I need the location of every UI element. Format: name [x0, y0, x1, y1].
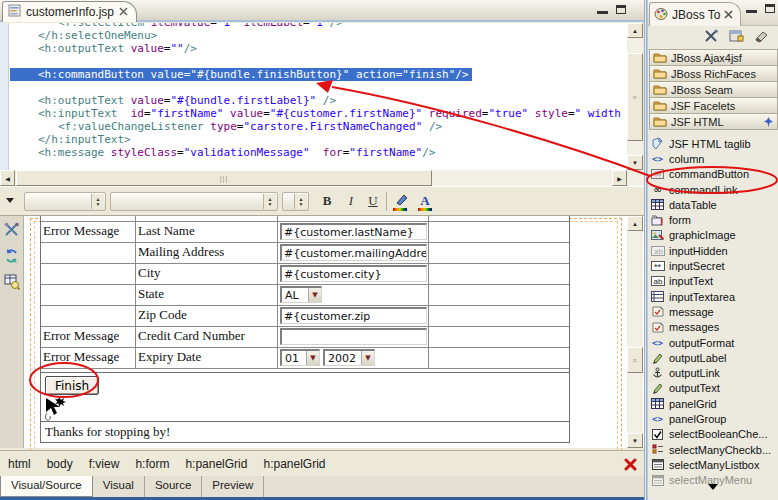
error-close-icon[interactable]	[624, 458, 637, 474]
palette-item-selectBooleanChe[interactable]: selectBooleanChe...	[650, 427, 778, 442]
source-code-line[interactable]: <h:outputText value="#{bundle.firstLabel…	[10, 94, 627, 107]
palette-item-graphicImage[interactable]: graphicImage	[650, 228, 778, 243]
bold-button[interactable]: B	[318, 193, 336, 211]
refresh-icon[interactable]	[4, 248, 20, 267]
palette-category-jboss-richfaces[interactable]: JBoss RichFaces	[649, 65, 778, 82]
source-code-line[interactable]	[10, 81, 627, 94]
form-select[interactable]: AL▼	[280, 286, 322, 303]
source-code-line[interactable]: <f:valueChangeListener type="carstore.Fi…	[10, 120, 627, 133]
palette-item-selectManyCheckb[interactable]: selectManyCheckb...	[650, 442, 778, 457]
form-select[interactable]: 2002▼	[323, 349, 375, 366]
palette-category-jsf-facelets[interactable]: JSF Facelets	[649, 97, 778, 114]
breadcrumb-item-hpanelGrid[interactable]: h:panelGrid	[263, 457, 325, 471]
palette-item-form[interactable]: !form	[650, 212, 778, 227]
chevron-down-icon[interactable]: ▼	[361, 351, 374, 365]
palette-tab[interactable]: JBoss To	[649, 2, 741, 26]
scrollbar-thumb[interactable]: |||	[16, 170, 432, 186]
source-editor[interactable]: <f:selectItem itemValue="1" itemLabel="1…	[0, 23, 627, 170]
palette-item-column[interactable]: <>column	[650, 151, 778, 166]
source-code-line[interactable]: <h:message styleClass="validationMessage…	[10, 146, 627, 159]
scroll-left-icon[interactable]: ◀	[0, 170, 15, 186]
toolbar-menu-caret-icon[interactable]	[6, 198, 14, 203]
chevron-down-icon[interactable]: ▼	[306, 351, 319, 365]
palette-item-outputLink[interactable]: outputLink	[650, 365, 778, 380]
scrollbar-thumb[interactable]: ≡	[627, 53, 643, 141]
font-color-button[interactable]: A	[417, 193, 433, 211]
palette-item-inputTextarea[interactable]: inputTextarea	[650, 289, 778, 304]
form-text-input[interactable]: #{customer.city}	[280, 265, 427, 282]
italic-button[interactable]: I	[342, 193, 360, 211]
palette-item-dataTable[interactable]: dataTable	[650, 197, 778, 212]
source-code-line[interactable]: <h:outputText value=""/>	[10, 42, 627, 55]
form-text-input[interactable]: #{customer.lastName}	[280, 223, 427, 240]
style-class-combo[interactable]: ▲▼	[24, 192, 106, 211]
palette-editor-icon[interactable]	[729, 29, 744, 46]
breadcrumb-item-hpanelGrid[interactable]: h:panelGrid	[185, 457, 247, 471]
spinner-icon[interactable]: ▲▼	[263, 194, 276, 209]
breadcrumb-item-fview[interactable]: f:view	[89, 457, 120, 471]
form-text-input[interactable]: #{customer.zip	[280, 307, 427, 324]
tools-icon[interactable]	[704, 29, 719, 46]
scroll-up-icon[interactable]: ▲	[627, 23, 643, 38]
palette-category-jboss-seam[interactable]: JBoss Seam	[649, 81, 778, 98]
font-size-combo[interactable]: ▲▼	[282, 192, 309, 211]
palette-item-outputLabel[interactable]: outputLabel	[650, 350, 778, 365]
preview-table-icon[interactable]	[4, 274, 20, 293]
font-name-combo[interactable]: ▲▼	[110, 192, 278, 211]
source-code-line[interactable]	[10, 55, 627, 68]
tools-icon[interactable]	[4, 222, 20, 241]
underline-button[interactable]: U	[364, 193, 382, 211]
show-hide-icon[interactable]	[754, 30, 769, 46]
source-code-line[interactable]: </h:selectOneMenu>	[10, 29, 627, 42]
palette-item-JSFHTMLtaglib[interactable]: JSF HTML taglib	[650, 136, 778, 151]
chevron-down-icon[interactable]: ▼	[308, 288, 321, 302]
form-select[interactable]: 01▼	[280, 349, 320, 366]
finish-button[interactable]: Finish	[45, 376, 99, 395]
palette-item-selectManyListbox[interactable]: selectManyListbox	[650, 457, 778, 472]
source-code-line[interactable]: </h:inputText>	[10, 133, 627, 146]
highlight-color-button[interactable]	[392, 193, 412, 211]
scroll-right-icon[interactable]: ▶	[612, 170, 627, 186]
tab-customerinfo-jsp[interactable]: customerInfo.jsp	[2, 1, 137, 22]
pin-icon[interactable]	[764, 117, 773, 129]
close-icon[interactable]	[119, 5, 128, 19]
palette-category-jboss-ajax4jsf[interactable]: JBoss Ajax4jsf	[649, 49, 778, 66]
spinner-icon[interactable]: ▲▼	[91, 194, 104, 209]
palette-item-messages[interactable]: messages	[650, 320, 778, 335]
palette-item-commandButton[interactable]: commandButton	[650, 167, 778, 182]
minimize-icon[interactable]	[746, 4, 757, 13]
palette-item-panelGroup[interactable]: <>panelGroup	[650, 411, 778, 426]
scrollbar-thumb[interactable]: ≡	[627, 347, 643, 373]
tab-source[interactable]: Source	[145, 476, 202, 497]
tab-visual-source[interactable]: Visual/Source	[0, 476, 93, 497]
scroll-down-icon[interactable]: ▼	[627, 155, 643, 170]
palette-item-outputFormat[interactable]: <>outputFormat	[650, 335, 778, 350]
visual-vertical-scrollbar[interactable]: ▲ ≡ ▼	[627, 216, 643, 448]
minimize-icon[interactable]	[597, 5, 608, 14]
scroll-more-icon[interactable]	[708, 484, 718, 490]
close-icon[interactable]	[724, 8, 733, 22]
visual-designer[interactable]: Error MessageLast Name#{customer.lastNam…	[0, 216, 644, 448]
scroll-down-icon[interactable]: ▼	[627, 433, 643, 448]
scroll-up-icon[interactable]: ▲	[627, 216, 643, 231]
palette-item-inputHidden[interactable]: abinputHidden	[650, 243, 778, 258]
breadcrumb-item-hform[interactable]: h:form	[135, 457, 169, 471]
breadcrumb-item-body[interactable]: body	[47, 457, 73, 471]
breadcrumb-item-html[interactable]: html	[8, 457, 31, 471]
form-text-input[interactable]	[280, 328, 427, 345]
source-code-line[interactable]: <h:inputText id="firstName" value="#{cus…	[10, 107, 627, 120]
source-vertical-scrollbar[interactable]: ▲ ≡ ▼	[627, 23, 643, 170]
palette-item-commandLink[interactable]: ∞commandLink	[650, 182, 778, 197]
tab-visual[interactable]: Visual	[93, 476, 145, 497]
palette-item-message[interactable]: message	[650, 304, 778, 319]
palette-item-outputText[interactable]: outputText	[650, 381, 778, 396]
palette-item-inputText[interactable]: abinputText	[650, 274, 778, 289]
palette-item-inputSecret[interactable]: **inputSecret	[650, 258, 778, 273]
source-code-line[interactable]: <h:commandButton value="#{bundle.finishB…	[10, 68, 627, 81]
maximize-icon[interactable]	[616, 5, 626, 14]
source-horizontal-scrollbar[interactable]: ◀ ||| ▶	[0, 170, 627, 186]
tab-preview[interactable]: Preview	[202, 476, 264, 497]
palette-category-jsf-html[interactable]: JSF HTML	[649, 113, 778, 130]
spinner-icon[interactable]: ▲▼	[294, 194, 307, 209]
maximize-icon[interactable]	[765, 4, 775, 13]
